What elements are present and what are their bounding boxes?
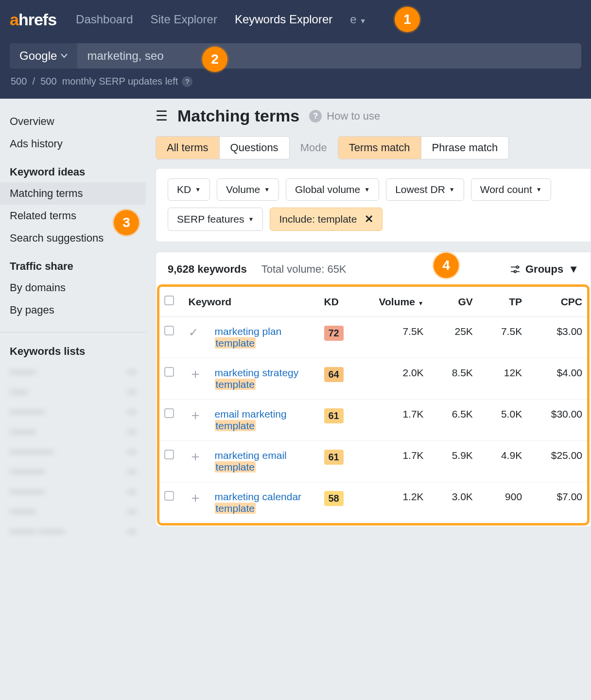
- sort-desc-icon: ▼: [418, 300, 424, 307]
- nav-site-explorer[interactable]: Site Explorer: [150, 13, 217, 26]
- plus-icon[interactable]: ＋: [189, 449, 202, 464]
- tab-group-terms: All terms Questions: [156, 136, 290, 159]
- filter-include-label: Include: template: [279, 213, 357, 225]
- plus-icon[interactable]: ＋: [189, 366, 202, 381]
- checkbox-icon[interactable]: [164, 326, 174, 335]
- row-checkbox-cell[interactable]: [159, 358, 184, 400]
- th-kd[interactable]: KD: [319, 287, 358, 317]
- row-checkbox-cell[interactable]: [159, 441, 184, 482]
- tab-group-mode: Terms match Phrase match: [338, 136, 509, 159]
- table-row: ✓marketing plan template727.5K25K7.5K$3.…: [159, 317, 587, 358]
- filter-include-template[interactable]: Include: template ✕: [270, 208, 382, 231]
- th-tp[interactable]: TP: [478, 287, 527, 317]
- table-row: ＋marketing email template611.7K5.9K4.9K$…: [159, 441, 587, 482]
- nav-keywords-explorer[interactable]: Keywords Explorer: [235, 13, 332, 26]
- help-icon: ?: [309, 110, 322, 122]
- th-checkbox[interactable]: [159, 287, 184, 317]
- tab-phrase-match[interactable]: Phrase match: [421, 137, 509, 159]
- keyword-count: 9,628 keywords: [168, 263, 247, 276]
- logo-rest: hrefs: [18, 10, 56, 29]
- table-row: ＋marketing strategy template642.0K8.5K12…: [159, 358, 587, 400]
- sidebar-ads-history[interactable]: Ads history: [0, 133, 146, 155]
- groups-button[interactable]: Groups ▼: [510, 263, 579, 276]
- tab-terms-match[interactable]: Terms match: [338, 137, 421, 159]
- row-checkbox-cell[interactable]: [159, 317, 184, 358]
- row-keyword-cell: marketing email template: [210, 441, 319, 482]
- nav-more-label: e: [350, 13, 356, 26]
- how-to-use-link[interactable]: ? How to use: [309, 110, 380, 122]
- row-checkbox-cell[interactable]: [159, 482, 184, 524]
- annotation-4: 4: [434, 253, 459, 278]
- chevron-down-icon: ▼: [568, 263, 579, 276]
- nav-more[interactable]: e▼: [350, 13, 366, 26]
- chevron-down-icon: [61, 53, 68, 58]
- row-tp-cell: 5.0K: [478, 400, 527, 441]
- tab-all-terms[interactable]: All terms: [156, 137, 220, 159]
- sidebar-by-pages[interactable]: By pages: [0, 299, 146, 321]
- keyword-link[interactable]: marketing calendar template: [215, 491, 302, 514]
- checkbox-icon[interactable]: [164, 491, 174, 501]
- keyword-highlight: template: [215, 420, 256, 431]
- checkbox-icon[interactable]: [164, 450, 174, 459]
- plus-icon[interactable]: ＋: [189, 407, 202, 422]
- kd-badge: 58: [324, 491, 344, 506]
- nav-dashboard[interactable]: Dashboard: [76, 13, 133, 26]
- row-gv-cell: 8.5K: [429, 358, 478, 400]
- left-sidebar: Overview Ads history Keyword ideas Match…: [0, 99, 146, 700]
- filter-global-volume[interactable]: Global volume▼: [286, 178, 379, 201]
- filter-lowest-dr[interactable]: Lowest DR▼: [386, 178, 464, 201]
- filter-word-count-label: Word count: [480, 184, 532, 195]
- keyword-highlight: template: [215, 379, 256, 390]
- row-tp-cell: 7.5K: [478, 317, 527, 358]
- filter-serp-features[interactable]: SERP features▼: [168, 208, 263, 231]
- serp-updates-info: 500 / 500 monthly SERP updates left ?: [0, 70, 591, 99]
- th-keyword[interactable]: Keyword: [184, 287, 319, 317]
- serp-updates-total: 500: [40, 76, 56, 87]
- keyword-link[interactable]: marketing email template: [215, 450, 287, 472]
- th-gv[interactable]: GV: [429, 287, 478, 317]
- chevron-down-icon: ▼: [360, 17, 366, 25]
- keyword-link[interactable]: email marketing template: [215, 408, 287, 431]
- results-panel: 9,628 keywords Total volume: 65K Groups …: [156, 252, 591, 527]
- filter-volume[interactable]: Volume▼: [217, 178, 279, 201]
- row-keyword-cell: email marketing template: [210, 400, 319, 441]
- plus-icon[interactable]: ＋: [189, 490, 202, 505]
- close-icon[interactable]: ✕: [365, 213, 373, 226]
- help-icon[interactable]: ?: [182, 76, 192, 87]
- keyword-link[interactable]: marketing strategy template: [215, 367, 299, 390]
- th-volume[interactable]: Volume ▼: [357, 287, 428, 317]
- keyword-highlight: template: [215, 461, 256, 472]
- row-kd-cell: 61: [319, 441, 358, 482]
- sidebar-heading-keyword-ideas: Keyword ideas: [0, 155, 146, 182]
- tab-questions[interactable]: Questions: [220, 137, 289, 159]
- row-icon-cell: ✓: [184, 317, 210, 358]
- filter-kd[interactable]: KD▼: [168, 178, 210, 201]
- search-bar: Google: [0, 39, 591, 70]
- sidebar-by-domains[interactable]: By domains: [0, 277, 146, 299]
- filters-panel: KD▼ Volume▼ Global volume▼ Lowest DR▼ Wo…: [156, 168, 591, 242]
- filter-word-count[interactable]: Word count▼: [471, 178, 551, 201]
- table-row: ＋email marketing template611.7K6.5K5.0K$…: [159, 400, 587, 441]
- checkbox-icon[interactable]: [164, 296, 174, 305]
- th-volume-label: Volume: [379, 296, 415, 307]
- filter-global-volume-label: Global volume: [295, 184, 360, 195]
- chevron-down-icon: ▼: [364, 186, 370, 193]
- filter-serp-features-label: SERP features: [177, 213, 244, 225]
- row-kd-cell: 61: [319, 400, 358, 441]
- top-navbar: ahrefs Dashboard Site Explorer Keywords …: [0, 0, 591, 39]
- hamburger-icon[interactable]: ☰: [156, 108, 168, 124]
- keyword-link[interactable]: marketing plan template: [215, 326, 282, 349]
- checkbox-icon[interactable]: [164, 408, 174, 418]
- sidebar-overview[interactable]: Overview: [0, 110, 146, 133]
- filter-volume-label: Volume: [226, 184, 260, 195]
- th-cpc[interactable]: CPC: [527, 287, 587, 317]
- row-checkbox-cell[interactable]: [159, 400, 184, 441]
- page-title: Matching terms: [177, 106, 299, 125]
- chevron-down-icon: ▼: [449, 186, 455, 193]
- search-engine-select[interactable]: Google: [10, 43, 77, 69]
- checkbox-icon[interactable]: [164, 367, 174, 377]
- sidebar-matching-terms[interactable]: Matching terms: [0, 182, 146, 205]
- row-volume-cell: 2.0K: [357, 358, 428, 400]
- check-icon: ✓: [189, 326, 198, 339]
- keyword-input[interactable]: [77, 43, 581, 69]
